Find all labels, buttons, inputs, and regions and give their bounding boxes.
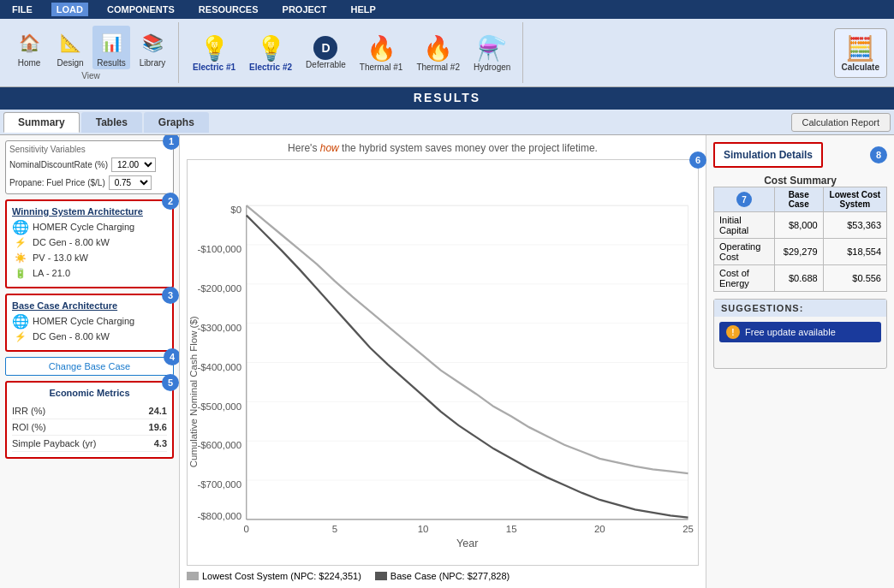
change-base-wrapper: Change Base Case 4 xyxy=(5,357,174,376)
legend-base: Base Case (NPC: $277,828) xyxy=(375,571,510,581)
main-content: Sensitivity Variables NominalDiscountRat… xyxy=(0,135,894,588)
sensitivity-box: Sensitivity Variables NominalDiscountRat… xyxy=(5,140,174,194)
tab-summary[interactable]: Summary xyxy=(3,112,80,133)
winning-item-3: 🔋 LA - 21.0 xyxy=(12,266,167,280)
operating-cost-label: Operating Cost xyxy=(714,239,775,265)
svg-text:$0: $0 xyxy=(230,205,241,215)
simulation-details-button[interactable]: Simulation Details xyxy=(713,142,823,168)
chart-title: Here's how the hybrid system saves money… xyxy=(187,142,699,154)
var2-select[interactable]: 0.75 xyxy=(109,175,152,190)
irr-value: 24.1 xyxy=(149,406,167,416)
results-button[interactable]: 📊 Results xyxy=(92,26,130,69)
operating-cost-lowest: $18,554 xyxy=(823,239,886,265)
calculate-button[interactable]: 🧮 Calculate xyxy=(834,28,887,78)
legend-lowest-color xyxy=(187,572,199,580)
svg-text:Year: Year xyxy=(456,538,478,549)
menu-bar: FILE LOAD COMPONENTS RESOURCES PROJECT H… xyxy=(0,0,894,19)
home-button[interactable]: 🏠 Home xyxy=(10,26,48,69)
cost-header-base: Base Case xyxy=(774,187,823,212)
cost-energy-label: Cost of Energy xyxy=(714,265,775,292)
center-panel: Here's how the hybrid system saves money… xyxy=(180,135,706,588)
irr-label: IRR (%) xyxy=(12,406,45,416)
svg-text:-$500,000: -$500,000 xyxy=(197,401,241,412)
load-icons-group: 💡 Electric #1 💡 Electric #2 D Deferrable… xyxy=(181,22,523,83)
battery-icon: 🔋 xyxy=(12,266,29,280)
gen-icon: ⚡ xyxy=(12,235,29,249)
svg-text:5: 5 xyxy=(332,524,337,534)
payback-label: Simple Payback (yr) xyxy=(12,438,96,448)
cost-row-initial: Initial Capital $8,000 $53,363 xyxy=(714,212,887,239)
initial-capital-label: Initial Capital xyxy=(714,212,775,239)
right-panel: Simulation Details 8 Cost Summary 7 Base… xyxy=(706,135,894,588)
load-icons-row: 💡 Electric #1 💡 Electric #2 D Deferrable… xyxy=(188,33,516,74)
view-label: View xyxy=(81,71,100,80)
svg-text:-$800,000: -$800,000 xyxy=(197,511,241,521)
suggestions-title: SUGGESTIONS: xyxy=(714,300,886,317)
left-panel: Sensitivity Variables NominalDiscountRat… xyxy=(0,135,180,588)
winning-system-box: Winning System Architecture 🌐 HOMER Cycl… xyxy=(5,199,174,288)
cash-flow-chart: $0 -$100,000 -$200,000 -$300,000 -$400,0… xyxy=(188,160,698,565)
thermal1-icon: 🔥 xyxy=(367,34,396,62)
sim-details-row: Simulation Details 8 xyxy=(713,142,887,168)
library-button[interactable]: 📚 Library xyxy=(134,26,171,69)
toolbar-nav-group: 🏠 Home 📐 Design 📊 Results 📚 Library View xyxy=(3,22,179,83)
tabs-bar: Summary Tables Graphs Calculation Report xyxy=(0,110,894,135)
tab-graphs[interactable]: Graphs xyxy=(144,112,209,133)
svg-text:0: 0 xyxy=(244,524,249,534)
base-item-0: 🌐 HOMER Cycle Charging xyxy=(12,314,167,328)
svg-text:-$300,000: -$300,000 xyxy=(197,323,241,333)
deferrable-button[interactable]: D Deferrable xyxy=(301,34,351,71)
tab-tables[interactable]: Tables xyxy=(81,112,142,133)
results-icon: 📊 xyxy=(96,27,127,58)
electric2-button[interactable]: 💡 Electric #2 xyxy=(244,33,297,74)
change-base-case-button[interactable]: Change Base Case xyxy=(5,357,174,376)
thermal2-button[interactable]: 🔥 Thermal #2 xyxy=(411,33,465,74)
thermal2-icon: 🔥 xyxy=(423,34,453,62)
design-icon: 📐 xyxy=(55,27,86,58)
calculation-report-button[interactable]: Calculation Report xyxy=(791,113,891,132)
deferrable-icon: D xyxy=(313,36,337,60)
cost-summary-table: 7 Base Case Lowest Cost System Initial C… xyxy=(713,187,887,292)
calculator-icon: 🧮 xyxy=(845,34,875,62)
cost-header-lowest: Lowest Cost System xyxy=(823,187,886,212)
menu-file[interactable]: FILE xyxy=(7,3,38,16)
results-banner: RESULTS xyxy=(0,87,894,110)
toolbar: 🏠 Home 📐 Design 📊 Results 📚 Library View… xyxy=(0,19,894,87)
hydrogen-button[interactable]: ⚗️ Hydrogen xyxy=(468,33,516,74)
menu-resources[interactable]: RESOURCES xyxy=(194,3,264,16)
svg-text:10: 10 xyxy=(418,524,429,534)
badge-cost-table: 7 xyxy=(736,192,752,207)
library-icon: 📚 xyxy=(137,27,168,58)
base-case-title: Base Case Architecture xyxy=(12,300,167,311)
economic-metrics-box: Economic Metrics IRR (%) 24.1 ROI (%) 19… xyxy=(5,381,174,459)
svg-text:-$100,000: -$100,000 xyxy=(197,244,241,254)
legend-lowest-label: Lowest Cost System (NPC: $224,351) xyxy=(202,571,361,581)
svg-text:-$700,000: -$700,000 xyxy=(197,479,241,490)
legend-base-color xyxy=(375,572,387,580)
hydrogen-icon: ⚗️ xyxy=(477,34,507,62)
design-button[interactable]: 📐 Design xyxy=(51,26,89,69)
electric1-button[interactable]: 💡 Electric #1 xyxy=(188,33,241,74)
svg-text:20: 20 xyxy=(594,524,605,534)
chart-area: 6 $0 -$100,000 -$200,000 -$300,000 -$400… xyxy=(187,159,699,566)
cost-summary-section: Cost Summary 7 Base Case Lowest Cost Sys… xyxy=(713,175,887,292)
sensitivity-row: NominalDiscountRate (%) 12.00 Propane: F… xyxy=(9,157,170,190)
cost-header-empty: 7 xyxy=(714,187,775,212)
badge-economic: 5 xyxy=(162,374,179,391)
svg-text:25: 25 xyxy=(682,524,694,534)
legend-lowest: Lowest Cost System (NPC: $224,351) xyxy=(187,571,361,581)
payback-value: 4.3 xyxy=(154,438,167,448)
metric-irr: IRR (%) 24.1 xyxy=(12,403,167,419)
menu-project[interactable]: PROJECT xyxy=(277,3,332,16)
menu-components[interactable]: COMPONENTS xyxy=(102,3,180,16)
chart-legend: Lowest Cost System (NPC: $224,351) Base … xyxy=(187,571,699,581)
thermal1-button[interactable]: 🔥 Thermal #1 xyxy=(355,33,408,74)
badge-base-case: 3 xyxy=(162,287,179,304)
globe-icon: 🌐 xyxy=(12,220,29,234)
home-icon: 🏠 xyxy=(14,27,45,58)
menu-load[interactable]: LOAD xyxy=(51,3,88,16)
menu-help[interactable]: HELP xyxy=(346,3,381,16)
initial-capital-lowest: $53,363 xyxy=(823,212,886,239)
var1-select[interactable]: 12.00 xyxy=(111,157,156,172)
pv-icon: ☀️ xyxy=(12,251,29,264)
